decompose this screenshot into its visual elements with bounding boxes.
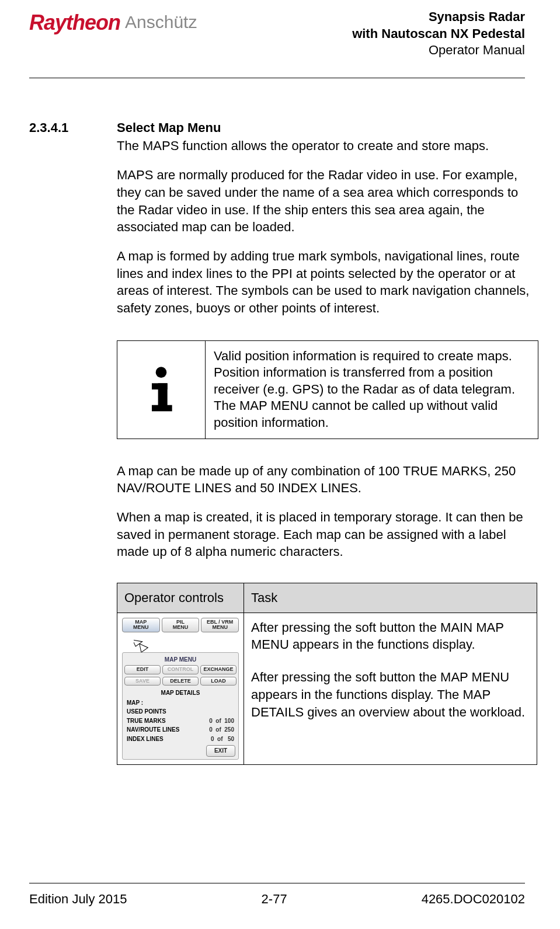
info-text-content: Valid position information is required t… [214, 349, 515, 430]
footer-right: 4265.DOC020102 [422, 892, 525, 907]
section-title: Select Map Menu [117, 119, 538, 137]
map-menu-button[interactable]: MAP MENU [122, 618, 160, 632]
operator-table: Operator controls Task MA [117, 583, 537, 764]
doc-title-line-3: Operator Manual [352, 42, 525, 59]
soft-button-row: MAP MENU PIL MENU EBL / VRM [122, 618, 239, 632]
brand-logo: Raytheon Anschütz [29, 9, 197, 33]
document-title-block: Synapsis Radar with Nautoscan NX Pedesta… [352, 9, 525, 59]
op-table-head-task: Task [244, 583, 537, 613]
map-label-row: MAP : [124, 698, 236, 708]
svg-marker-4 [134, 635, 148, 652]
save-button[interactable]: SAVE [124, 677, 161, 686]
footer-center: 2-77 [262, 892, 287, 907]
op-table-head-controls: Operator controls [117, 583, 244, 613]
paragraph: When a map is created, it is placed in t… [117, 509, 538, 561]
control-button[interactable]: CONTROL [162, 665, 199, 674]
delete-button[interactable]: DELETE [162, 677, 199, 686]
paragraph: A map is formed by adding true mark symb… [117, 248, 538, 317]
paragraph: MAPS are normally produced for the Radar… [117, 166, 538, 236]
paragraph: A map can be made up of any combination … [117, 462, 538, 497]
cursor-arrow-icon [134, 635, 239, 648]
ebl-vrm-menu-button[interactable]: EBL / VRM MENU [201, 618, 239, 632]
doc-title-line-1: Synapsis Radar [352, 9, 525, 26]
svg-point-0 [156, 367, 167, 378]
operator-controls-cell: MAP MENU PIL MENU EBL / VRM [117, 613, 244, 764]
exchange-button[interactable]: EXCHANGE [200, 665, 236, 674]
svg-rect-2 [158, 383, 168, 406]
map-details-title: MAP DETAILS [124, 688, 236, 698]
task-text: After pressing the soft button the MAP M… [251, 669, 530, 721]
true-marks-row: TRUE MARKS 0 of 100 [124, 716, 236, 726]
paragraph: The MAPS function allows the operator to… [117, 137, 538, 155]
task-cell: After pressing the soft button the MAIN … [244, 613, 537, 764]
info-icon-cell [117, 341, 206, 439]
info-callout: Valid position information is required t… [117, 340, 538, 439]
page-footer: Edition July 2015 2-77 4265.DOC020102 [29, 883, 525, 907]
task-text: After pressing the soft button the MAIN … [251, 619, 530, 653]
info-icon [144, 366, 179, 413]
logo-raytheon: Raytheon [29, 12, 120, 33]
edit-button[interactable]: EDIT [124, 665, 161, 674]
map-menu-panel: MAP MENU EDIT CONTROL EXCHANGE SAVE [122, 652, 239, 760]
used-points-row: USED POINTS [124, 707, 236, 716]
section-number: 2.3.4.1 [29, 119, 93, 765]
logo-anschutz: Anschütz [125, 12, 197, 31]
index-lines-row: INDEX LINES 0 of 50 [124, 735, 236, 744]
page-header: Raytheon Anschütz Synapsis Radar with Na… [29, 9, 525, 72]
doc-title-line-2: with Nautoscan NX Pedestal [352, 26, 525, 43]
info-text: Valid position information is required t… [206, 341, 538, 439]
load-button[interactable]: LOAD [200, 677, 236, 686]
exit-button[interactable]: EXIT [206, 745, 235, 757]
nav-route-lines-row: NAV/ROUTE LINES 0 of 250 [124, 725, 236, 735]
pil-menu-button[interactable]: PIL MENU [162, 618, 200, 632]
map-menu-title: MAP MENU [124, 655, 236, 666]
header-divider [29, 78, 525, 78]
footer-left: Edition July 2015 [29, 892, 127, 907]
svg-rect-3 [152, 405, 172, 412]
